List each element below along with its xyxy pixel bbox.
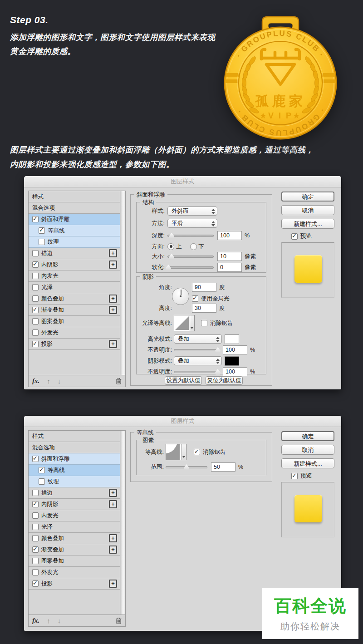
style-list-item[interactable]: 描边+ — [29, 487, 120, 499]
item-checkbox[interactable] — [39, 467, 45, 473]
highlight-opacity-slider[interactable] — [174, 347, 219, 353]
item-checkbox[interactable] — [32, 318, 39, 324]
item-checkbox[interactable] — [32, 546, 39, 553]
blending-options-row[interactable]: 混合选项 — [29, 442, 120, 453]
style-list-item[interactable]: 内发光 — [29, 270, 120, 282]
scrollbar[interactable] — [120, 431, 125, 615]
style-list-item[interactable]: 图案叠加 — [29, 556, 120, 567]
depth-slider[interactable] — [167, 232, 214, 239]
style-list-item[interactable]: 颜色叠加+ — [29, 533, 120, 544]
styles-header-row[interactable]: 样式 — [29, 191, 120, 202]
move-down-icon[interactable]: ↓ — [58, 617, 61, 624]
move-down-icon[interactable]: ↓ — [58, 377, 61, 385]
soften-input[interactable]: 0 — [217, 263, 242, 272]
style-list-item[interactable]: 纹理 — [29, 236, 120, 248]
highlight-color-swatch[interactable] — [225, 334, 239, 344]
expand-plus-button[interactable]: + — [109, 306, 117, 314]
item-checkbox[interactable] — [32, 250, 39, 256]
ok-button[interactable]: 确定 — [281, 431, 334, 441]
style-list-item[interactable]: 外发光 — [29, 567, 120, 578]
reset-default-button[interactable]: 复位为默认值 — [206, 376, 243, 385]
angle-input[interactable]: 90 — [192, 283, 216, 292]
preview-checkbox[interactable] — [291, 473, 298, 479]
highlight-opacity-input[interactable]: 100 — [223, 345, 247, 354]
scrollbar[interactable] — [120, 191, 125, 375]
expand-plus-button[interactable]: + — [109, 340, 117, 348]
gloss-contour-picker[interactable] — [174, 315, 195, 331]
gloss-antialias-checkbox[interactable] — [201, 320, 207, 326]
style-list-item[interactable]: 渐变叠加+ — [29, 544, 120, 556]
soften-slider[interactable] — [167, 264, 214, 270]
item-checkbox[interactable] — [32, 490, 39, 496]
cancel-button[interactable]: 取消 — [281, 445, 334, 455]
style-list-item[interactable]: 斜面和浮雕 — [29, 214, 120, 225]
expand-plus-button[interactable]: + — [109, 489, 117, 497]
range-slider[interactable] — [166, 464, 207, 470]
ok-button[interactable]: 确定 — [281, 192, 334, 202]
style-list-item[interactable]: 光泽 — [29, 282, 120, 293]
angle-dial[interactable] — [172, 288, 189, 305]
technique-select[interactable]: 平滑 — [167, 219, 217, 228]
expand-plus-button[interactable]: + — [109, 546, 117, 554]
trash-icon[interactable] — [116, 617, 122, 624]
cancel-button[interactable]: 取消 — [281, 205, 334, 215]
make-default-button[interactable]: 设置为默认值 — [165, 376, 202, 385]
expand-plus-button[interactable]: + — [109, 249, 117, 257]
expand-plus-button[interactable]: + — [109, 295, 117, 303]
style-list-item[interactable]: 等高线 — [29, 465, 120, 476]
depth-input[interactable]: 100 — [217, 231, 242, 240]
item-checkbox[interactable] — [32, 535, 39, 541]
style-list-item[interactable]: 等高线 — [29, 225, 120, 236]
size-input[interactable]: 10 — [217, 252, 242, 261]
item-checkbox[interactable] — [32, 307, 39, 313]
expand-plus-button[interactable]: + — [109, 534, 117, 542]
new-style-button[interactable]: 新建样式... — [281, 458, 334, 468]
style-list-item[interactable]: 斜面和浮雕 — [29, 453, 120, 465]
item-checkbox[interactable] — [32, 580, 39, 587]
antialias-checkbox[interactable] — [194, 449, 200, 455]
range-input[interactable]: 50 — [211, 462, 235, 472]
item-checkbox[interactable] — [32, 456, 39, 462]
preview-checkbox[interactable] — [291, 233, 298, 240]
move-up-icon[interactable]: ↑ — [47, 377, 50, 385]
style-list-item[interactable]: 投影+ — [29, 339, 120, 350]
shadow-mode-select[interactable]: 叠加 — [174, 356, 222, 365]
item-checkbox[interactable] — [32, 284, 39, 290]
shadow-opacity-input[interactable]: 100 — [223, 367, 247, 376]
bevel-style-select[interactable]: 外斜面 — [167, 206, 217, 216]
altitude-input[interactable]: 30 — [192, 304, 216, 313]
style-list-item[interactable]: 颜色叠加+ — [29, 293, 120, 305]
item-checkbox[interactable] — [32, 261, 39, 268]
blending-options-row[interactable]: 混合选项 — [29, 202, 120, 214]
style-list-item[interactable]: 投影+ — [29, 578, 120, 590]
item-checkbox[interactable] — [32, 329, 39, 336]
style-list-item[interactable]: 描边+ — [29, 248, 120, 259]
expand-plus-button[interactable]: + — [109, 261, 117, 269]
item-checkbox[interactable] — [39, 478, 45, 485]
item-checkbox[interactable] — [32, 501, 39, 507]
style-list-item[interactable]: 内发光 — [29, 510, 120, 521]
fx-icon[interactable]: fx — [32, 617, 39, 624]
item-checkbox[interactable] — [32, 273, 39, 279]
trash-icon[interactable] — [116, 378, 122, 384]
contour-picker[interactable] — [166, 444, 186, 460]
fx-icon[interactable]: fx — [32, 377, 39, 385]
expand-plus-button[interactable]: + — [109, 500, 117, 508]
expand-plus-button[interactable]: + — [109, 580, 117, 588]
contour-dropdown-arrow-icon[interactable] — [182, 444, 186, 460]
global-light-checkbox[interactable] — [192, 295, 198, 302]
style-list-item[interactable]: 外发光 — [29, 327, 120, 339]
highlight-mode-select[interactable]: 叠加 — [174, 334, 222, 344]
style-list-item[interactable]: 内阴影+ — [29, 259, 120, 270]
item-checkbox[interactable] — [32, 295, 39, 302]
style-list-item[interactable]: 光泽 — [29, 521, 120, 533]
item-checkbox[interactable] — [39, 227, 45, 234]
direction-up-radio[interactable] — [167, 243, 174, 250]
item-checkbox[interactable] — [32, 216, 39, 222]
item-checkbox[interactable] — [32, 524, 39, 530]
style-list-item[interactable]: 纹理 — [29, 476, 120, 487]
styles-header-row[interactable]: 样式 — [29, 431, 120, 442]
item-checkbox[interactable] — [32, 512, 39, 519]
direction-down-radio[interactable] — [190, 243, 197, 250]
style-list-item[interactable]: 渐变叠加+ — [29, 305, 120, 316]
